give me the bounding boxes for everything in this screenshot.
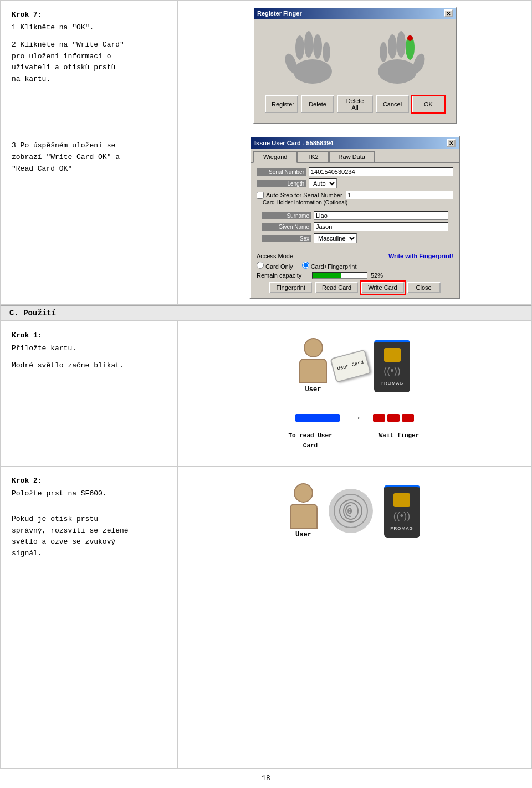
access-mode-row: Access Mode Write with Fingerprint! xyxy=(257,253,453,259)
krok1-right: User User Card ((•)) PROMAG xyxy=(178,321,531,466)
led-red-2 xyxy=(387,414,400,422)
delete-button[interactable]: Delete xyxy=(301,95,334,113)
reader-sensor-1 xyxy=(384,348,401,362)
reader-waves-2: ((•)) xyxy=(393,510,410,522)
card-fingerprint-label-text: Card+Fingerprint xyxy=(311,263,357,270)
capacity-bar xyxy=(312,272,367,279)
sex-row: Sex Masculine xyxy=(262,233,448,243)
krok1-header: Krok 1: xyxy=(12,331,166,340)
register-button[interactable]: Register xyxy=(265,95,298,113)
krok7-step2-line2: pro uložení informací o xyxy=(12,52,111,60)
issue-dialog-buttons: Fingerprint Read Card Write Card Close xyxy=(257,282,453,293)
issue-dialog-title: Issue User Card - 55858394 xyxy=(254,140,333,146)
krok2-line1: Pokud je otisk prstu xyxy=(12,515,98,523)
fingerprint-button[interactable]: Fingerprint xyxy=(269,282,312,293)
promag-label-2: PROMAG xyxy=(390,526,413,531)
capacity-bar-fill xyxy=(313,273,341,278)
person-figure-2: User xyxy=(290,483,318,539)
read-card-button[interactable]: Read Card xyxy=(315,282,358,293)
register-dialog-close-button[interactable]: ✕ xyxy=(444,9,453,17)
card-only-label-text: Card Only xyxy=(265,263,293,270)
cancel-button[interactable]: Cancel xyxy=(376,95,409,113)
given-name-row: Given Name Jason xyxy=(262,222,448,231)
svg-point-5 xyxy=(323,42,330,62)
krok7-step1: 1 Klikněte na "OK". xyxy=(12,22,166,34)
card-holder-title: Card Holder Information (Optional) xyxy=(262,199,349,206)
promag-label-1: PROMAG xyxy=(381,381,404,386)
svg-point-4 xyxy=(313,34,322,59)
sex-select[interactable]: Masculine xyxy=(314,233,357,243)
issue-dialog-tabbar: Wiegand TK2 Raw Data xyxy=(251,149,459,163)
led-arrow: → xyxy=(351,411,362,424)
write-fingerprint-label: Write with Fingerprint! xyxy=(388,253,453,259)
step2-illustration: User ((•)) xyxy=(279,472,431,550)
surname-value[interactable]: Liao xyxy=(314,211,448,220)
krok1-step2: Modré světlo začne blikat. xyxy=(12,360,166,372)
issue-dialog-titlebar: Issue User Card - 55858394 ✕ xyxy=(251,137,459,149)
krok7-right: Register Finger ✕ xyxy=(178,1,531,130)
to-read-caption: To read User Card xyxy=(288,429,332,449)
reader-waves-1: ((•)) xyxy=(383,365,400,377)
step3-line3: "Read Card OK" xyxy=(12,165,72,173)
krok7-left: Krok 7: 1 Klikněte na "OK". 2 Klikněte n… xyxy=(1,1,178,130)
delete-all-button[interactable]: Delete All xyxy=(337,95,373,113)
page: Krok 7: 1 Klikněte na "OK". 2 Klikněte n… xyxy=(0,0,532,788)
surname-label: Surname xyxy=(262,212,311,219)
person-body-2 xyxy=(290,504,318,529)
issue-user-card-dialog: Issue User Card - 55858394 ✕ Wiegand TK2… xyxy=(249,136,460,299)
krok7-step3: 3 Po úspěšném uložení se zobrazí "Write … xyxy=(12,140,166,175)
register-dialog-titlebar: Register Finger ✕ xyxy=(254,8,456,19)
user-card-visual: User Card xyxy=(330,349,371,382)
card-only-radio-label: Card Only xyxy=(257,262,293,270)
krok7-step3-right: Issue User Card - 55858394 ✕ Wiegand TK2… xyxy=(178,130,531,304)
krok7-section: Krok 7: 1 Klikněte na "OK". 2 Klikněte n… xyxy=(0,0,532,130)
left-hand-icon xyxy=(282,30,343,85)
svg-point-11 xyxy=(380,42,387,62)
capacity-row: Remain capacity 52% xyxy=(257,272,453,279)
hands-area xyxy=(259,24,451,91)
tab-raw-data[interactable]: Raw Data xyxy=(329,151,375,162)
card-only-radio[interactable] xyxy=(257,262,264,269)
card-text: User Card xyxy=(337,359,365,372)
krok1-section: Krok 1: Přiložte kartu. Modré světlo zač… xyxy=(0,321,532,467)
krok2-line2: správný, rozsvítí se zelené xyxy=(12,526,129,535)
person-body xyxy=(299,359,327,383)
svg-point-2 xyxy=(295,35,304,60)
tab-tk2[interactable]: TK2 xyxy=(297,151,328,162)
access-mode-label: Access Mode xyxy=(257,253,293,259)
length-select[interactable]: Auto xyxy=(309,178,337,188)
user-label-2: User xyxy=(295,531,311,539)
close-button[interactable]: Close xyxy=(407,282,441,293)
length-label: Length xyxy=(257,180,306,187)
given-name-value[interactable]: Jason xyxy=(314,222,448,231)
krok7-step2-line4: na kartu. xyxy=(12,75,50,83)
led-captions: To read User Card Wait finger xyxy=(288,429,421,449)
serial-number-value[interactable]: 1401540530234 xyxy=(309,167,453,176)
tab-wiegand[interactable]: Wiegand xyxy=(253,151,297,163)
length-row: Length Auto xyxy=(257,178,453,188)
led-red-1 xyxy=(373,414,385,422)
krok1-step1: Přiložte kartu. xyxy=(12,343,166,355)
step1-illustration: User User Card ((•)) PROMAG xyxy=(183,327,526,460)
auto-step-row: Auto Step for Serial Number 1 xyxy=(257,191,453,199)
write-card-button[interactable]: Write Card xyxy=(361,282,403,293)
auto-step-checkbox[interactable] xyxy=(257,192,264,199)
svg-point-12 xyxy=(407,35,413,41)
page-number: 18 xyxy=(0,769,532,788)
wait-finger-label: Wait finger xyxy=(379,432,420,439)
krok2-right: User ((•)) xyxy=(178,467,531,768)
reader-device-2: ((•)) PROMAG xyxy=(384,485,420,538)
card-fingerprint-radio[interactable] xyxy=(302,262,309,269)
surname-row: Surname Liao xyxy=(262,211,448,220)
krok2-step2: Pokud je otisk prstu správný, rozsvítí s… xyxy=(12,514,166,560)
auto-step-value[interactable]: 1 xyxy=(346,191,453,199)
user-card-reader-row: User User Card ((•)) PROMAG xyxy=(299,338,410,393)
krok1-left: Krok 1: Přiložte kartu. Modré světlo zač… xyxy=(1,321,178,466)
ok-button[interactable]: OK xyxy=(412,95,445,113)
svg-point-0 xyxy=(293,59,332,84)
krok7-step2-line3: uživateli a otisků prstů xyxy=(12,63,115,71)
person-head xyxy=(304,338,323,357)
issue-dialog-close-button[interactable]: ✕ xyxy=(447,139,456,147)
auto-step-label: Auto Step for Serial Number xyxy=(266,192,342,198)
svg-point-3 xyxy=(304,31,313,58)
